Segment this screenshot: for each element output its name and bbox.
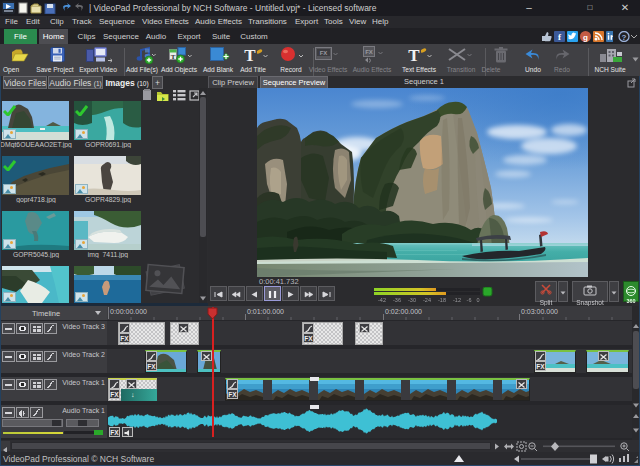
svg-text:0: 0 — [476, 297, 479, 303]
svg-text:g: g — [583, 33, 588, 42]
svg-text:?: ? — [622, 33, 627, 42]
svg-text:FX: FX — [320, 50, 328, 56]
svg-text:0:00:00.000: 0:00:00.000 — [110, 308, 147, 315]
svg-text:0:03:00.000: 0:03:00.000 — [521, 308, 558, 315]
svg-text:-12: -12 — [453, 297, 461, 303]
svg-text:T: T — [171, 53, 176, 61]
svg-text:T: T — [408, 46, 420, 65]
svg-text:0:02:00.000: 0:02:00.000 — [385, 308, 422, 315]
svg-text:T: T — [244, 46, 256, 65]
svg-text:FX: FX — [365, 49, 373, 55]
svg-text:-30: -30 — [408, 297, 416, 303]
svg-text:-24: -24 — [423, 297, 431, 303]
svg-text:0:01:00.000: 0:01:00.000 — [247, 308, 284, 315]
svg-text:-18: -18 — [438, 297, 446, 303]
svg-text:-36: -36 — [393, 297, 401, 303]
svg-text:-42: -42 — [378, 297, 386, 303]
svg-text:-6: -6 — [467, 297, 472, 303]
